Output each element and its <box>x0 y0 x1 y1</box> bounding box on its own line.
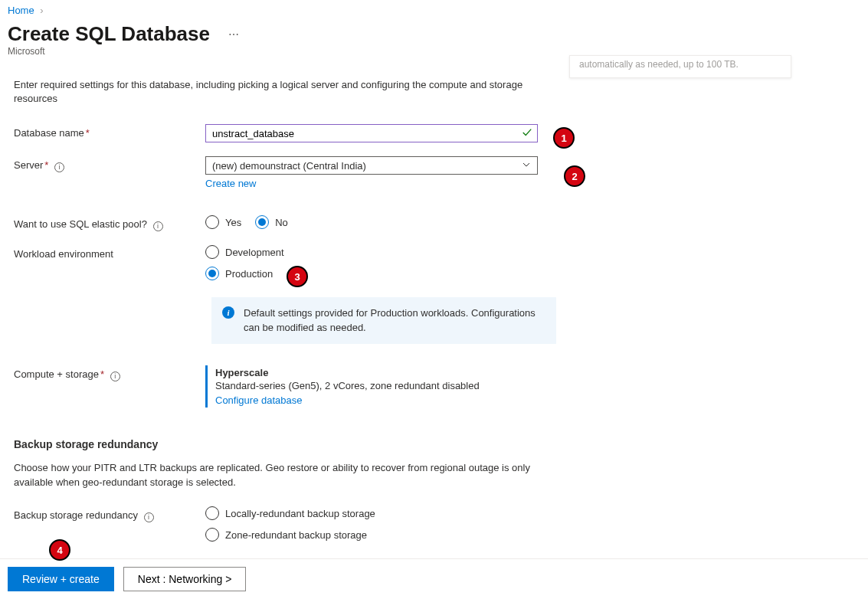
row-database-name: Database name* <box>14 124 538 142</box>
wizard-footer: Review + create Next : Networking > <box>0 558 868 599</box>
compute-spec: Standard-series (Gen5), 2 vCores, zone r… <box>215 380 538 391</box>
radio-icon <box>205 245 219 259</box>
row-elastic-pool: Want to use SQL elastic pool? i Yes No <box>14 215 538 231</box>
required-asterisk: * <box>86 127 90 139</box>
label-workload: Workload environment <box>14 245 205 260</box>
workload-info-box: i Default settings provided for Producti… <box>211 297 556 343</box>
row-backup-redundancy: Backup storage redundancy i Locally-redu… <box>14 506 538 542</box>
info-card-text: automatically as needed, up to 100 TB. <box>579 59 739 70</box>
label-elastic-pool: Want to use SQL elastic pool? i <box>14 215 205 231</box>
info-icon[interactable]: i <box>54 162 64 172</box>
info-icon[interactable]: i <box>153 221 163 231</box>
radio-icon <box>205 528 219 542</box>
more-icon[interactable]: ⋯ <box>228 28 241 41</box>
workload-dev-radio[interactable]: Development <box>205 245 538 259</box>
callout-marker-3: 3 <box>287 266 308 287</box>
create-new-server-link[interactable]: Create new <box>205 178 256 189</box>
backup-zone-radio[interactable]: Zone-redundant backup storage <box>205 528 538 542</box>
label-database-name: Database name* <box>14 124 205 139</box>
backup-section-heading: Backup storage redundancy <box>14 438 538 450</box>
server-select[interactable]: (new) demounstract (Central India) <box>205 156 538 175</box>
backup-section-description: Choose how your PITR and LTR backups are… <box>14 461 535 490</box>
compute-summary: Hyperscale Standard-series (Gen5), 2 vCo… <box>205 365 538 408</box>
compute-tier: Hyperscale <box>215 367 538 378</box>
label-server: Server* i <box>14 156 205 172</box>
radio-label-prod: Production <box>225 268 273 280</box>
required-asterisk: * <box>100 368 104 380</box>
server-select-value: (new) demounstract (Central India) <box>212 160 366 172</box>
row-workload: Workload environment Development Product… <box>14 245 538 280</box>
radio-label-dev: Development <box>225 247 284 258</box>
check-icon <box>522 127 532 140</box>
label-compute: Compute + storage* i <box>14 365 205 381</box>
elastic-yes-radio[interactable]: Yes <box>205 215 241 229</box>
row-server: Server* i (new) demounstract (Central In… <box>14 156 538 189</box>
required-asterisk: * <box>44 159 48 171</box>
workload-prod-radio[interactable]: Production <box>205 267 538 280</box>
radio-label-no: No <box>275 217 288 228</box>
intro-text: Enter required settings for this databas… <box>14 78 538 106</box>
callout-marker-1: 1 <box>553 127 575 149</box>
breadcrumb-home[interactable]: Home <box>8 5 34 16</box>
chevron-down-icon <box>522 160 531 172</box>
elastic-no-radio[interactable]: No <box>255 215 288 229</box>
workload-info-text: Default settings provided for Production… <box>244 306 545 334</box>
info-card: automatically as needed, up to 100 TB. <box>569 55 791 78</box>
review-create-button[interactable]: Review + create <box>8 567 114 591</box>
label-backup-redundancy: Backup storage redundancy i <box>14 506 205 522</box>
next-networking-button[interactable]: Next : Networking > <box>123 567 247 591</box>
callout-marker-4: 4 <box>49 539 70 561</box>
database-name-input[interactable] <box>206 125 537 142</box>
configure-database-link[interactable]: Configure database <box>215 394 302 406</box>
radio-icon <box>205 506 219 520</box>
info-circle-icon: i <box>222 306 234 319</box>
radio-icon <box>205 215 219 229</box>
callout-marker-2: 2 <box>564 165 585 187</box>
breadcrumb: Home › <box>0 0 868 19</box>
form-content: Enter required settings for this databas… <box>0 61 552 592</box>
radio-label-yes: Yes <box>225 217 241 228</box>
radio-icon <box>205 267 219 280</box>
page-title: Create SQL Database <box>8 22 210 46</box>
chevron-right-icon: › <box>40 5 43 16</box>
radio-label-local: Locally-redundant backup storage <box>225 508 375 519</box>
row-compute: Compute + storage* i Hyperscale Standard… <box>14 365 538 408</box>
database-name-input-wrap <box>205 124 538 142</box>
info-icon[interactable]: i <box>110 372 120 381</box>
backup-local-radio[interactable]: Locally-redundant backup storage <box>205 506 538 520</box>
radio-icon <box>255 215 269 229</box>
page-header: Create SQL Database ⋯ <box>0 19 868 46</box>
radio-label-zone: Zone-redundant backup storage <box>225 529 367 541</box>
info-icon[interactable]: i <box>144 512 154 522</box>
